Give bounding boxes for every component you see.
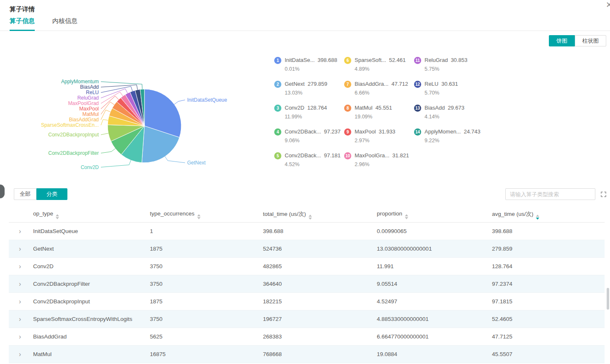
- column-header-total_time[interactable]: total_time (us/次): [263, 210, 377, 220]
- sort-carets-icon[interactable]: [56, 214, 59, 219]
- row-expand-icon[interactable]: ›: [9, 228, 33, 235]
- legend-item-BiasAdd[interactable]: 13BiasAdd29.6734.14%: [414, 105, 484, 128]
- scrollbar-thumb[interactable]: [607, 288, 609, 310]
- sort-desc-icon[interactable]: [197, 217, 201, 219]
- sort-asc-icon[interactable]: [56, 214, 59, 216]
- column-header-avg_time[interactable]: avg_time (us/次): [492, 210, 605, 220]
- table-row-MatMul[interactable]: ›MatMul1687576866819.088445.5507: [9, 346, 605, 363]
- legend-value: 31.821: [392, 152, 409, 159]
- sort-asc-icon[interactable]: [309, 215, 312, 217]
- legend-percent: 0.01%: [285, 66, 344, 72]
- legend-percent: 6.66%: [355, 90, 414, 96]
- legend-value: 29.673: [448, 105, 464, 111]
- row-expand-icon[interactable]: ›: [9, 263, 33, 270]
- chart-section: 饼图 柱状图 InitDataSetQueueGetNextApplyMomen…: [0, 31, 610, 182]
- pie-label-GetNext: GetNext: [187, 160, 206, 166]
- pie-label-Conv2D: Conv2D: [81, 164, 99, 170]
- column-label: type_occurrences: [150, 210, 195, 217]
- sort-asc-icon[interactable]: [405, 214, 408, 216]
- legend-index-badge: 4: [274, 128, 281, 136]
- legend-percent: 4.89%: [355, 66, 414, 72]
- pie-label-Conv2DBackpropFilter: Conv2DBackpropFilter: [48, 150, 99, 156]
- cell-avg_time: 97.1815: [492, 298, 605, 305]
- filter-row: 全部 分类: [0, 188, 610, 200]
- pie-label-line: [101, 82, 142, 89]
- column-label: op_type: [33, 210, 53, 217]
- legend-item-BiasAddGrad[interactable]: 7BiasAddGra...47.7126.66%: [344, 81, 414, 105]
- legend-item-Conv2D[interactable]: 3Conv2D128.76411.99%: [274, 105, 344, 128]
- row-expand-icon[interactable]: ›: [9, 281, 33, 287]
- table-row-Conv2D[interactable]: ›Conv2D375048286511.991128.764: [9, 258, 605, 275]
- legend-item-MaxPool[interactable]: 9MaxPool31.9332.97%: [344, 128, 414, 152]
- pie-label-InitDataSetQueue: InitDataSetQueue: [187, 97, 227, 103]
- table-row-GetNext[interactable]: ›GetNext187552473613.030800000000001279.…: [9, 240, 605, 258]
- row-expand-icon[interactable]: ›: [9, 316, 33, 323]
- column-header-proportion[interactable]: proportion: [377, 210, 492, 219]
- bar-view-button[interactable]: 柱状图: [575, 35, 606, 46]
- op-table-head: op_typetype_occurrencestotal_time (us/次)…: [9, 208, 605, 223]
- column-header-type_occurrences[interactable]: type_occurrences: [150, 210, 263, 219]
- column-header-op_type[interactable]: op_type: [33, 210, 150, 219]
- table-row-SparseSoftmaxCrossEntropyWithLogits[interactable]: ›SparseSoftmaxCrossEntropyWithLogits3750…: [9, 310, 605, 328]
- table-row-InitDataSetQueue[interactable]: ›InitDataSetQueue1398.6880.00990065398.6…: [9, 223, 605, 240]
- search-input[interactable]: [505, 188, 595, 200]
- sort-desc-icon[interactable]: [405, 217, 408, 219]
- sort-carets-icon[interactable]: [197, 214, 201, 219]
- legend-item-Conv2DBackpropInput[interactable]: 5Conv2DBack...97.1814.52%: [274, 152, 344, 176]
- sort-desc-icon[interactable]: [56, 217, 59, 219]
- sort-desc-icon[interactable]: [536, 218, 539, 220]
- sort-carets-icon[interactable]: [405, 214, 408, 219]
- pie-label-MaxPool: MaxPool: [79, 106, 99, 112]
- legend-value: 47.712: [391, 81, 408, 87]
- op-table-body: ›InitDataSetQueue1398.6880.00990065398.6…: [9, 223, 605, 363]
- table-row-Conv2DBackpropFilter[interactable]: ›Conv2DBackpropFilter37503646409.0551497…: [9, 275, 605, 293]
- fullscreen-icon[interactable]: [601, 192, 606, 197]
- legend-index-badge: 11: [414, 57, 421, 64]
- cell-type_occurrences: 3750: [150, 281, 263, 287]
- table-row-Conv2DBackpropInput[interactable]: ›Conv2DBackpropInput18751822154.5249797.…: [9, 293, 605, 310]
- pie-label-line: [174, 100, 185, 105]
- cell-proportion: 9.05514: [377, 281, 492, 287]
- cell-proportion: 19.0884: [377, 351, 492, 357]
- cell-avg_time: 45.5507: [492, 351, 605, 357]
- sort-asc-icon[interactable]: [536, 215, 539, 217]
- row-expand-icon[interactable]: ›: [9, 333, 33, 340]
- sort-desc-icon[interactable]: [309, 218, 312, 220]
- sort-asc-icon[interactable]: [197, 214, 201, 216]
- cell-avg_time: 398.688: [492, 228, 605, 234]
- cell-total_time: 482865: [263, 263, 377, 269]
- pie-view-button[interactable]: 饼图: [549, 35, 575, 46]
- sort-carets-icon[interactable]: [536, 215, 539, 220]
- legend-item-SparseSoftmaxCrossEntropyWithLogits[interactable]: 6SparseSoft...52.4614.89%: [344, 57, 414, 81]
- legend-item-MatMul[interactable]: 8MatMul45.55119.09%: [344, 105, 414, 128]
- legend-name: MaxPoolGra...: [355, 152, 389, 159]
- legend-index-badge: 3: [274, 105, 281, 112]
- filter-all-button[interactable]: 全部: [14, 188, 36, 200]
- column-label: proportion: [377, 210, 402, 217]
- legend-index-badge: 8: [344, 105, 351, 112]
- legend-item-MaxPoolGrad[interactable]: 10MaxPoolGra...31.8212.96%: [344, 152, 414, 176]
- pie-label-line: [101, 86, 132, 92]
- legend-item-ApplyMomentum[interactable]: 14ApplyMomen...24.7439.22%: [414, 128, 484, 152]
- pie-chart[interactable]: InitDataSetQueueGetNextApplyMomentumBias…: [0, 53, 268, 182]
- sort-carets-icon[interactable]: [309, 215, 312, 220]
- legend-item-ReluGrad[interactable]: 11ReluGrad30.8535.75%: [414, 57, 484, 81]
- legend-item-ReLU[interactable]: 12ReLU30.6315.70%: [414, 81, 484, 105]
- legend-value: 52.461: [389, 57, 406, 63]
- close-icon[interactable]: ✕: [606, 1, 610, 9]
- legend-item-Conv2DBackpropFilter[interactable]: 4Conv2DBack...97.2379.06%: [274, 128, 344, 152]
- row-expand-icon[interactable]: ›: [9, 246, 33, 252]
- legend-item-InitDataSetQueue[interactable]: 1InitDataSe...398.6880.01%: [274, 57, 344, 81]
- cell-op_type: SparseSoftmaxCrossEntropyWithLogits: [33, 316, 150, 322]
- row-expand-icon[interactable]: ›: [9, 298, 33, 305]
- tab-operator-info[interactable]: 算子信息: [10, 17, 35, 31]
- cell-op_type: Conv2D: [33, 263, 150, 269]
- legend-index-badge: 10: [344, 152, 351, 159]
- row-expand-icon[interactable]: ›: [9, 351, 33, 358]
- tab-kernel-info[interactable]: 内核信息: [52, 17, 77, 31]
- legend-value: 128.764: [307, 105, 327, 111]
- legend-value: 279.859: [308, 81, 327, 87]
- filter-category-button[interactable]: 分类: [36, 188, 67, 200]
- legend-item-GetNext[interactable]: 2GetNext279.85913.03%: [274, 81, 344, 105]
- table-row-BiasAddGrad[interactable]: ›BiasAddGrad56252683836.6647700000000014…: [9, 328, 605, 346]
